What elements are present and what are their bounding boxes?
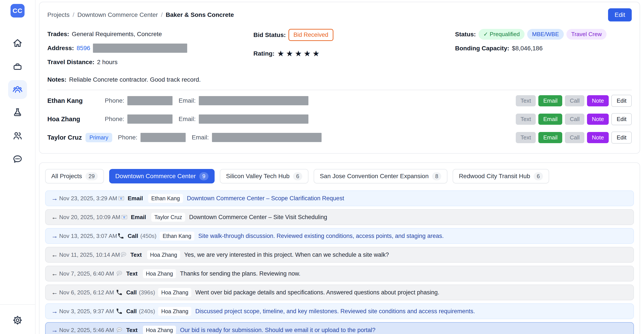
project-tab[interactable]: Downtown Commerce Center 9 (109, 169, 214, 183)
rating-stars[interactable]: ★★★★★ (277, 50, 321, 58)
email-label: Email: (179, 116, 196, 123)
contact-row: Taylor Cruz Primary Phone: Email: Text E… (47, 128, 632, 147)
note-contact-button[interactable]: Note (587, 132, 609, 143)
settings-button[interactable] (8, 311, 27, 330)
project-tab[interactable]: Redwood City Transit Hub 6 (453, 169, 549, 183)
project-tab-count: 9 (199, 172, 208, 180)
email-label: Email: (179, 97, 196, 104)
status-badge: MBE/WBE (527, 29, 564, 40)
breadcrumb-separator: / (161, 11, 163, 18)
log-row[interactable]: Nov 20, 2025, 10:09 AM E (45, 209, 634, 225)
call-contact-button[interactable]: Call (565, 114, 584, 125)
text-contact-button[interactable]: Text (516, 114, 536, 125)
call-contact-button[interactable]: Call (565, 132, 584, 143)
comm-type-label: Text (126, 327, 138, 334)
sidebar-item-projects[interactable] (8, 57, 27, 76)
log-message: Discussed project scope, timeline, and k… (195, 308, 475, 315)
note-contact-button[interactable]: Note (587, 114, 609, 125)
contact-actions: Text Email Call Note Edit (516, 132, 632, 144)
log-date: Nov 23, 2025, 3:29 AM (59, 195, 117, 202)
sidebar-item-messages[interactable] (8, 150, 27, 168)
project-tab-label: All Projects (51, 173, 82, 180)
email-contact-button[interactable]: Email (538, 132, 562, 143)
text-bubble-icon (116, 327, 124, 334)
contact-name: Hoa Zhang (47, 116, 105, 123)
direction-arrow-icon (51, 308, 59, 315)
email-icon: E (117, 195, 126, 202)
log-row[interactable]: Nov 6, 2025, 6:12 AM E (45, 285, 634, 300)
contacts-list: Ethan Kang Primary Phone: Email: Text Em… (47, 92, 632, 147)
direction-arrow-icon (51, 251, 59, 259)
project-tab-count: 6 (293, 172, 302, 180)
svg-text:E: E (124, 216, 125, 219)
briefcase-icon (12, 61, 23, 72)
direction-arrow-icon (51, 232, 59, 240)
breadcrumb-project[interactable]: Downtown Commerce Center (78, 11, 158, 18)
contact-chip: Hoa Zhang (143, 269, 176, 278)
address-redaction (93, 43, 187, 53)
direction-arrow-icon (51, 213, 59, 221)
address-link[interactable]: 8596 (76, 45, 90, 52)
log-message: Site walk-through discussion. Reviewed e… (198, 233, 444, 239)
project-tab-label: Silicon Valley Tech Hub (226, 173, 290, 180)
comm-type-label: Text (130, 251, 142, 258)
sidebar-item-contractors[interactable] (8, 80, 27, 99)
call-duration: (240s) (139, 308, 155, 315)
contact-chip: Hoa Zhang (158, 307, 191, 316)
log-date: Nov 20, 2025, 10:09 AM (59, 214, 120, 221)
two-users-icon (12, 131, 23, 141)
log-date: Nov 6, 2025, 6:12 AM (59, 289, 116, 296)
log-date: Nov 7, 2025, 6:40 AM (59, 270, 116, 277)
email-contact-button[interactable]: Email (538, 95, 562, 106)
log-row[interactable]: Nov 13, 2025, 3:07 AM E (45, 228, 634, 244)
contractor-detail-card: Projects / Downtown Commerce Center / Ba… (39, 2, 640, 154)
project-tab-label: San Jose Convention Center Expansion (320, 173, 429, 180)
project-tab[interactable]: San Jose Convention Center Expansion 8 (314, 169, 448, 183)
breadcrumb-projects[interactable]: Projects (47, 11, 70, 18)
log-date: Nov 11, 2025, 10:14 AM (59, 251, 120, 258)
comm-type-label: Email (131, 214, 146, 221)
log-date: Nov 3, 2025, 9:37 AM (59, 308, 116, 315)
log-message: Yes, we are very interested in this proj… (184, 251, 389, 258)
sidebar-item-home[interactable] (8, 34, 27, 52)
comm-type-label: Email (128, 195, 143, 202)
text-contact-button[interactable]: Text (516, 95, 536, 106)
project-tab[interactable]: Silicon Valley Tech Hub 6 (220, 169, 308, 183)
project-tab-label: Redwood City Transit Hub (459, 173, 530, 180)
sidebar-item-lab[interactable] (8, 103, 27, 122)
edit-contractor-button[interactable]: Edit (608, 8, 632, 21)
section-divider (47, 90, 632, 90)
edit-contact-button[interactable]: Edit (611, 113, 632, 125)
contact-chip: Hoa Zhang (147, 250, 180, 259)
contact-chip: Hoa Zhang (143, 326, 176, 334)
edit-contact-button[interactable]: Edit (611, 95, 632, 107)
phone-icon (117, 232, 126, 239)
log-row[interactable]: Nov 2, 2025, 5:46 AM E (45, 322, 634, 334)
email-contact-button[interactable]: Email (538, 114, 562, 125)
email-redaction (199, 115, 308, 124)
notes-row: Notes: Reliable Concrete contractor. Goo… (47, 76, 632, 83)
log-row[interactable]: Nov 7, 2025, 6:40 AM E (45, 266, 634, 282)
note-contact-button[interactable]: Note (587, 95, 609, 106)
address-label: Address: (47, 45, 74, 52)
sidebar-item-people[interactable] (8, 127, 27, 145)
call-contact-button[interactable]: Call (565, 95, 584, 106)
project-tab[interactable]: All Projects 29 (45, 169, 104, 183)
detail-col-middle: Bid Status: Bid Received Rating: ★★★★★ (254, 29, 455, 71)
text-contact-button[interactable]: Text (516, 132, 536, 143)
page-title: Baker & Sons Concrete (166, 11, 234, 18)
phone-label: Phone: (105, 116, 124, 123)
log-row[interactable]: Nov 23, 2025, 3:29 AM E (45, 190, 634, 206)
bid-status-label: Bid Status: (254, 31, 286, 38)
status-badge: Travel Crew (566, 29, 606, 40)
edit-contact-button[interactable]: Edit (611, 132, 632, 144)
log-row[interactable]: Nov 11, 2025, 10:14 AM E (45, 247, 634, 263)
primary-badge: Primary (86, 133, 112, 142)
phone-icon (116, 289, 124, 296)
project-tab-count: 8 (432, 172, 441, 180)
log-row[interactable]: Nov 3, 2025, 9:37 AM E (45, 303, 634, 319)
call-duration: (450s) (140, 233, 156, 239)
comm-type-label: Call (128, 233, 138, 239)
comm-type-label: Call (126, 308, 137, 315)
status-badge: ✓ Prequalified (478, 29, 524, 40)
